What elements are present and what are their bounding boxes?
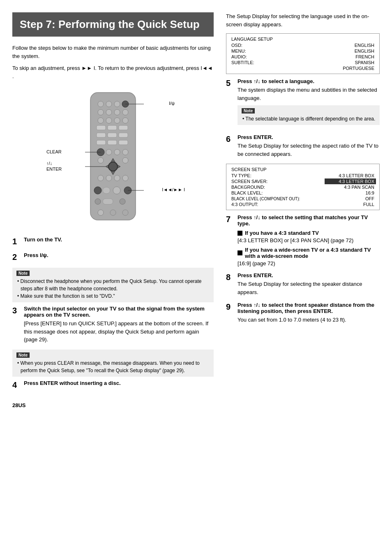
- svg-point-30: [108, 162, 118, 171]
- lang-value-audio: FRENCH: [293, 54, 376, 60]
- step-3: 3 Switch the input selector on your TV s…: [12, 306, 214, 344]
- svg-rect-20: [108, 140, 117, 145]
- svg-point-10: [106, 118, 112, 123]
- note-box-2: Note Disconnect the headphone when you p…: [12, 268, 214, 302]
- screen-row-blacklevel-comp: BLACK LEVEL (COMPONENT OUT): OFF: [230, 196, 376, 202]
- black-square-icon: [238, 231, 242, 236]
- step-9: 9 Press ↑/↓ to select the front speaker …: [226, 302, 380, 324]
- step-6-body: The Setup Display for selecting the aspe…: [238, 142, 380, 158]
- svg-point-23: [106, 149, 112, 155]
- screen-value-blacklevel-comp: OFF: [325, 196, 376, 202]
- right-column: The Setup Display for selecting the lang…: [226, 12, 380, 408]
- sub-heading-wide: If you have a wide-screen TV or a 4:3 st…: [238, 247, 380, 259]
- remote-diagram: I/ψ I◄◄/►► I CLEAR ↑/↓ENTER: [12, 88, 214, 228]
- svg-point-44: [98, 210, 104, 215]
- screen-value-43output: FULL: [325, 202, 376, 207]
- sub-body-4-3: [4:3 LETTER BOX] or [4:3 PAN SCAN] (page…: [238, 237, 380, 243]
- step-7-num: 7: [226, 214, 235, 224]
- note-box-5: Note The selectable language is differen…: [238, 105, 380, 125]
- lang-label-menu: MENU:: [230, 48, 293, 54]
- lang-label-audio: AUDIO:: [230, 54, 293, 60]
- black-square-icon-2: [238, 250, 242, 255]
- svg-rect-13: [97, 125, 106, 130]
- step-4-num: 4: [12, 380, 21, 390]
- note-2-item-2: Make sure that the function is set to "D…: [16, 292, 210, 300]
- svg-point-7: [114, 109, 120, 115]
- label-skip: I◄◄/►► I: [162, 187, 185, 192]
- step-6-num: 6: [226, 134, 235, 144]
- lang-label-empty: [230, 65, 293, 71]
- svg-point-11: [114, 118, 120, 123]
- screen-row-tvtype: TV TYPE: 4:3 LETTER BOX: [230, 173, 376, 178]
- screen-label-background: BACKGROUND:: [230, 184, 325, 190]
- svg-point-1: [98, 101, 104, 107]
- lang-setup-title: LANGUAGE SETUP: [230, 36, 376, 42]
- screen-value-tvtype: 4:3 LETTER BOX: [325, 173, 376, 178]
- step-2: 2 Press I/ψ.: [12, 252, 214, 262]
- screen-setup-screen: SCREEN SETUP TV TYPE: 4:3 LETTER BOX SCR…: [226, 164, 380, 210]
- step-7-title: Press ↑/↓ to select the setting that mat…: [238, 214, 380, 227]
- svg-point-34: [106, 175, 112, 181]
- screen-row-blacklevel: BLACK LEVEL: 16:9: [230, 190, 376, 196]
- screen-label-blacklevel-comp: BLACK LEVEL (COMPONENT OUT):: [230, 196, 325, 202]
- lang-row-audio: AUDIO: FRENCH: [230, 54, 376, 60]
- page-number: 28US: [12, 402, 214, 408]
- screen-setup-table: SCREEN SETUP TV TYPE: 4:3 LETTER BOX SCR…: [230, 167, 376, 207]
- language-setup-table: LANGUAGE SETUP OSD: ENGLISH MENU: ENGLIS…: [230, 36, 376, 71]
- lang-value-menu: ENGLISH: [293, 48, 376, 54]
- step-2-num: 2: [12, 252, 21, 262]
- sub-heading-wide-text: If you have a wide-screen TV or a 4:3 st…: [245, 247, 380, 259]
- screen-row-background: BACKGROUND: 4:3 PAN SCAN: [230, 184, 376, 190]
- note-box-3: Note When you press CLEAR in message, th…: [12, 350, 214, 377]
- lang-row-osd: OSD: ENGLISH: [230, 42, 376, 48]
- note-3-item-1: When you press CLEAR in message, the mes…: [16, 359, 210, 374]
- step-9-title: Press ↑/↓ to select the front speaker di…: [238, 302, 380, 314]
- right-intro: The Setup Display for selecting the lang…: [226, 12, 380, 28]
- step-6: 6 Press ENTER. The Setup Display for sel…: [226, 134, 380, 158]
- svg-point-31: [98, 158, 104, 163]
- svg-rect-16: [97, 133, 106, 137]
- svg-point-25: [122, 149, 128, 155]
- lang-value-portuguese: PORTUGUESE: [293, 65, 376, 71]
- page-title: Step 7: Performing the Quick Setup: [20, 18, 206, 31]
- lang-label-osd: OSD:: [230, 42, 293, 48]
- svg-point-5: [98, 109, 104, 115]
- step-2-title: Press I/ψ.: [24, 252, 214, 258]
- step-4: 4 Press ENTER without inserting a disc.: [12, 380, 214, 390]
- svg-rect-15: [119, 125, 128, 130]
- sub-heading-4-3-text: If you have a 4:3 standard TV: [245, 230, 319, 236]
- language-setup-screen: LANGUAGE SETUP OSD: ENGLISH MENU: ENGLIS…: [226, 33, 380, 74]
- sub-heading-4-3: If you have a 4:3 standard TV: [238, 230, 380, 236]
- svg-point-35: [114, 175, 120, 181]
- label-enter: ↑/↓ENTER: [46, 160, 62, 172]
- screen-label-screensaver: SCREEN SAVER:: [230, 178, 325, 184]
- left-column: Step 7: Performing the Quick Setup Follo…: [12, 12, 214, 408]
- svg-point-33: [98, 175, 104, 181]
- svg-point-45: [110, 210, 116, 215]
- lang-row-subtitle: SUBTITLE: SPANISH: [230, 60, 376, 65]
- svg-rect-17: [108, 133, 117, 137]
- sub-body-wide: [16:9] (page 72): [238, 260, 380, 266]
- svg-rect-21: [119, 140, 128, 145]
- screen-setup-title: SCREEN SETUP: [230, 167, 376, 173]
- remote-svg: [68, 88, 158, 228]
- step-3-num: 3: [12, 306, 21, 315]
- intro-text-1: Follow the steps below to make the minim…: [12, 44, 214, 60]
- note-2-item-1: Disconnect the headphone when you perfor…: [16, 278, 210, 292]
- svg-point-3: [114, 101, 120, 107]
- svg-point-24: [114, 149, 120, 155]
- step-8: 8 Press ENTER. The Setup Display for sel…: [226, 272, 380, 296]
- step-1-num: 1: [12, 236, 21, 246]
- screen-value-blacklevel: 16:9: [325, 190, 376, 196]
- step-8-num: 8: [226, 272, 235, 282]
- step-4-title: Press ENTER without inserting a disc.: [24, 380, 214, 386]
- step-5: 5 Press ↑/↓ to select a language. The sy…: [226, 78, 380, 128]
- step-6-title: Press ENTER.: [238, 134, 380, 140]
- step-3-title: Switch the input selector on your TV so …: [24, 306, 214, 318]
- lang-value-osd: ENGLISH: [293, 42, 376, 48]
- svg-rect-14: [108, 125, 117, 130]
- step-1-title: Turn on the TV.: [24, 236, 214, 243]
- label-power: I/ψ: [169, 101, 175, 106]
- svg-point-2: [106, 101, 112, 107]
- screen-row-43output: 4:3 OUTPUT: FULL: [230, 202, 376, 207]
